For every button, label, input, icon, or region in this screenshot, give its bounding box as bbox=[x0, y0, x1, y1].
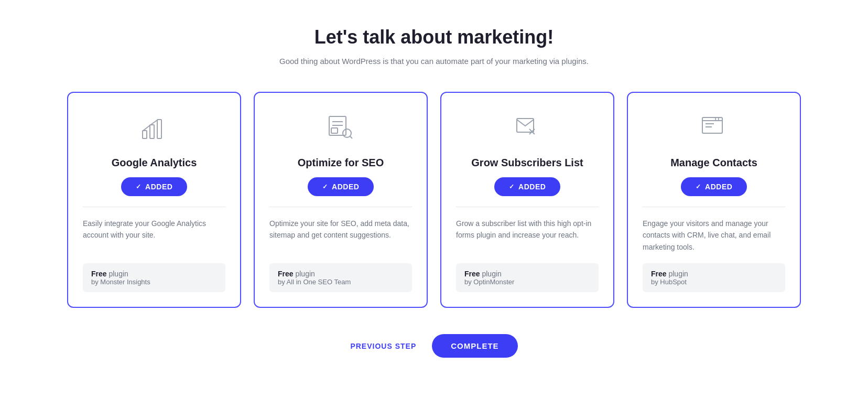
card-google-analytics: Google Analytics ✓ ADDED Easily integrat… bbox=[67, 92, 241, 308]
google-analytics-added-button[interactable]: ✓ ADDED bbox=[121, 177, 188, 196]
optimize-seo-icon bbox=[322, 110, 359, 146]
card-divider bbox=[269, 207, 412, 207]
optimize-seo-footer: Free plugin by All in One SEO Team bbox=[269, 263, 412, 292]
prev-step-button[interactable]: PREVIOUS STEP bbox=[350, 342, 416, 350]
manage-contacts-footer: Free plugin by HubSpot bbox=[643, 263, 785, 292]
google-analytics-footer: Free plugin by Monster Insights bbox=[83, 263, 225, 292]
grow-subscribers-description: Grow a subscriber list with this high op… bbox=[456, 218, 599, 253]
complete-button[interactable]: COMPLETE bbox=[432, 334, 517, 358]
google-analytics-icon bbox=[136, 110, 172, 146]
svg-rect-12 bbox=[702, 117, 722, 133]
card-google-analytics-title: Google Analytics bbox=[112, 157, 197, 169]
card-optimize-seo-title: Optimize for SEO bbox=[298, 157, 384, 169]
svg-rect-6 bbox=[331, 128, 338, 133]
grow-subscribers-icon bbox=[509, 110, 546, 146]
svg-rect-1 bbox=[150, 125, 154, 138]
card-optimize-seo: Optimize for SEO ✓ ADDED Optimize your s… bbox=[254, 92, 428, 308]
google-analytics-description: Easily integrate your Google Analytics a… bbox=[83, 218, 225, 253]
svg-rect-2 bbox=[157, 120, 161, 138]
grow-subscribers-added-button[interactable]: ✓ ADDED bbox=[494, 177, 561, 196]
card-manage-contacts: Manage Contacts ✓ ADDED Engage your visi… bbox=[627, 92, 801, 308]
page-subtitle: Good thing about WordPress is that you c… bbox=[279, 57, 589, 66]
manage-contacts-description: Engage your visitors and manage your con… bbox=[643, 218, 785, 253]
manage-contacts-icon bbox=[696, 110, 732, 146]
card-divider bbox=[83, 207, 225, 207]
card-divider bbox=[456, 207, 599, 207]
check-icon: ✓ bbox=[696, 183, 701, 190]
cards-grid: Google Analytics ✓ ADDED Easily integrat… bbox=[67, 92, 801, 308]
page-title: Let's talk about marketing! bbox=[314, 26, 554, 48]
grow-subscribers-footer: Free plugin by OptinMonster bbox=[456, 263, 599, 292]
manage-contacts-added-button[interactable]: ✓ ADDED bbox=[681, 177, 747, 196]
optimize-seo-added-button[interactable]: ✓ ADDED bbox=[308, 177, 374, 196]
svg-rect-0 bbox=[143, 131, 147, 138]
optimize-seo-description: Optimize your site for SEO, add meta dat… bbox=[269, 218, 412, 253]
svg-line-8 bbox=[350, 136, 352, 138]
footer-actions: PREVIOUS STEP COMPLETE bbox=[350, 334, 517, 358]
check-icon: ✓ bbox=[136, 183, 142, 190]
card-divider bbox=[643, 207, 785, 207]
check-icon: ✓ bbox=[322, 183, 328, 190]
card-manage-contacts-title: Manage Contacts bbox=[670, 157, 757, 169]
check-icon: ✓ bbox=[509, 183, 515, 190]
card-grow-subscribers: Grow Subscribers List ✓ ADDED Grow a sub… bbox=[440, 92, 614, 308]
page-container: Let's talk about marketing! Good thing a… bbox=[0, 0, 868, 418]
card-grow-subscribers-title: Grow Subscribers List bbox=[471, 157, 583, 169]
